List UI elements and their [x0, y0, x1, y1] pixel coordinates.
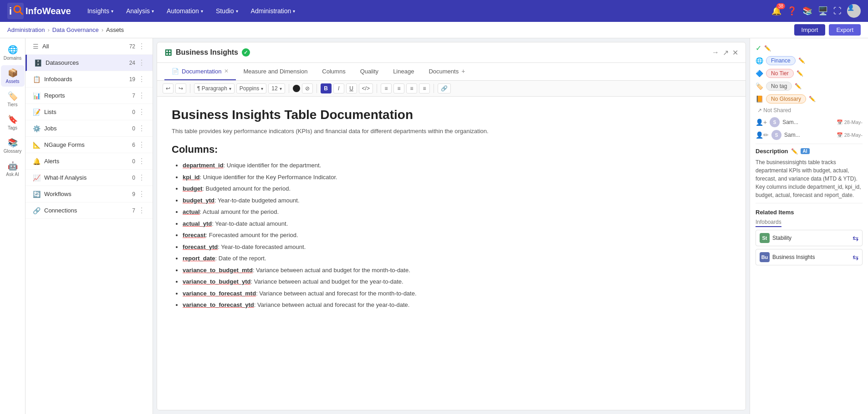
noglossary-tag[interactable]: No Glossary: [766, 94, 806, 104]
modified-date: 📅 28-May-: [837, 132, 863, 138]
asset-item-jobs[interactable]: ⚙️ Jobs 0 ⋮: [26, 120, 153, 137]
sidebar-item-assets[interactable]: 📦 Assets: [1, 65, 25, 87]
sidebar-item-domains[interactable]: 🌐 Domains: [1, 42, 25, 63]
underline-button[interactable]: U: [346, 83, 357, 93]
asset-count: 0: [132, 158, 135, 165]
nav-administration[interactable]: Administration ▾: [245, 5, 301, 17]
redo-button[interactable]: ↪: [175, 83, 186, 93]
tab-documents[interactable]: Documents +: [421, 63, 472, 80]
editor-content[interactable]: Business Insights Table Documentation Th…: [157, 97, 745, 410]
related-item-stability[interactable]: St Stability ⇆: [756, 230, 863, 246]
fullscreen-icon[interactable]: ⛶: [833, 6, 842, 16]
toolbar-separator: [317, 84, 317, 93]
asset-item-connections[interactable]: 🔗 Connections 7 ⋮: [26, 202, 153, 219]
tab-close-button[interactable]: ✕: [224, 68, 229, 74]
list-item: forecast_ytd: Year-to-date forecasted am…: [183, 243, 731, 252]
excel-icon: ⊞: [164, 47, 172, 58]
paragraph-select[interactable]: ¶ Paragraph ▾: [194, 83, 235, 93]
asset-count: 0: [132, 125, 135, 132]
main-content-area: ⊞ Business Insights ✓ → ↗ ✕ 📄 Documentat…: [153, 38, 750, 414]
edit-icon[interactable]: ✏️: [797, 70, 803, 77]
align-justify-button[interactable]: ≡: [419, 83, 430, 93]
sidebar-item-ask-ai[interactable]: 🤖 Ask AI: [1, 158, 25, 180]
asset-item-what-if[interactable]: 📈 What-If Analysis 0 ⋮: [26, 170, 153, 186]
edit-icon[interactable]: ✏️: [798, 57, 805, 64]
font-select[interactable]: Poppins ▾: [236, 83, 266, 93]
font-size-select[interactable]: 12 ▾: [268, 83, 285, 93]
navigate-prev-button[interactable]: →: [712, 48, 719, 57]
datasources-icon: 🗄️: [34, 59, 42, 67]
edit-icon[interactable]: ✏️: [809, 96, 816, 102]
doc-actions: → ↗ ✕: [712, 48, 738, 57]
tiers-icon: 🏷️: [8, 91, 18, 101]
asset-item-datasources[interactable]: 🗄️ Datasources 24 ⋮: [26, 55, 153, 71]
tab-measure-dimension[interactable]: Measure and Dimension: [236, 63, 315, 80]
list-item: variance_to_budget_mtd: Variance between…: [183, 266, 731, 275]
library-icon[interactable]: 📚: [802, 6, 812, 16]
tab-columns[interactable]: Columns: [315, 63, 352, 80]
text-color-button[interactable]: [293, 85, 300, 92]
related-item-business-insights[interactable]: Bu Business Insights ⇆: [756, 249, 863, 265]
clear-format-button[interactable]: ⊘: [302, 83, 313, 93]
align-left-button[interactable]: ≡: [381, 83, 392, 93]
import-button[interactable]: Import: [794, 24, 826, 36]
notier-tag[interactable]: No Tier: [766, 69, 794, 78]
asset-label: Jobs: [44, 125, 56, 132]
code-button[interactable]: </>: [359, 83, 373, 93]
asset-item-infoboards[interactable]: 📋 Infoboards 19 ⋮: [26, 71, 153, 88]
italic-button[interactable]: I: [333, 83, 344, 93]
stability-label: Stability: [772, 235, 791, 241]
logo-text: InfoWeave: [26, 6, 71, 16]
edit-icon[interactable]: ✏️: [764, 45, 771, 52]
asset-label: All: [42, 43, 49, 50]
nav-insights[interactable]: Insights ▾: [82, 5, 119, 17]
notag-tag[interactable]: No tag: [766, 82, 792, 91]
asset-label: Alerts: [44, 158, 59, 165]
notifications-icon[interactable]: 🔔 38: [771, 6, 781, 16]
tab-documentation[interactable]: 📄 Documentation ✕: [164, 63, 236, 80]
edit-icon[interactable]: ✏️: [795, 83, 802, 89]
breadcrumb-data-governance[interactable]: Data Governance: [52, 26, 99, 33]
asset-item-reports[interactable]: 📊 Reports 7 ⋮: [26, 88, 153, 104]
help-icon[interactable]: ❓: [787, 6, 797, 16]
tab-lineage[interactable]: Lineage: [386, 63, 421, 80]
link-icon[interactable]: ⇆: [853, 234, 858, 243]
document-panel: ⊞ Business Insights ✓ → ↗ ✕ 📄 Documentat…: [157, 42, 746, 410]
asset-menu-icon: ⋮: [138, 206, 145, 215]
sidebar-item-tiers[interactable]: 🏷️ Tiers: [1, 88, 25, 110]
link-icon[interactable]: ⇆: [853, 253, 858, 262]
add-tab-button[interactable]: +: [461, 67, 465, 75]
align-right-button[interactable]: ≡: [406, 83, 417, 93]
nav-automation[interactable]: Automation ▾: [161, 5, 209, 17]
description-edit-icon[interactable]: ✏️: [791, 148, 798, 155]
screen-icon[interactable]: 🖥️: [818, 6, 828, 16]
sidebar-item-tags[interactable]: 🔖 Tags: [1, 112, 25, 133]
breadcrumb-administration[interactable]: Administration: [7, 26, 45, 33]
user-avatar[interactable]: 👤: [847, 4, 861, 18]
bold-button[interactable]: B: [321, 83, 332, 93]
asset-item-all[interactable]: ☰ All 72 ⋮: [26, 38, 153, 55]
nav-analysis[interactable]: Analysis ▾: [121, 5, 159, 17]
asset-count: 24: [129, 60, 135, 66]
export-button[interactable]: Export: [829, 24, 861, 36]
workflows-icon: 🔄: [33, 191, 41, 198]
sidebar-item-glossary[interactable]: 📚 Glossary: [1, 135, 25, 156]
lists-icon: 📝: [33, 109, 41, 116]
close-button[interactable]: ✕: [732, 48, 738, 57]
asset-count: 0: [132, 175, 135, 181]
align-center-button[interactable]: ≡: [393, 83, 404, 93]
link-button[interactable]: 🔗: [438, 83, 451, 93]
undo-button[interactable]: ↩: [163, 83, 174, 93]
external-link-button[interactable]: ↗: [723, 48, 729, 57]
tab-quality[interactable]: Quality: [353, 63, 386, 80]
asset-item-alerts[interactable]: 🔔 Alerts 0 ⋮: [26, 153, 153, 170]
asset-item-lists[interactable]: 📝 Lists 0 ⋮: [26, 104, 153, 120]
right-sidebar: ✓ ✏️ 🌐 Finance ✏️ 🔷 No Tier ✏️ 🏷️ No tag…: [750, 38, 868, 414]
chevron-down-icon: ▾: [280, 86, 282, 91]
app-logo[interactable]: i InfoWeave: [7, 3, 71, 19]
calendar-icon: 📅: [837, 119, 843, 125]
asset-item-workflows[interactable]: 🔄 Workflows 9 ⋮: [26, 186, 153, 202]
nav-studio[interactable]: Studio ▾: [210, 5, 244, 17]
finance-tag[interactable]: Finance: [766, 56, 796, 65]
asset-item-ngauge-forms[interactable]: 📐 NGauge Forms 6 ⋮: [26, 137, 153, 153]
